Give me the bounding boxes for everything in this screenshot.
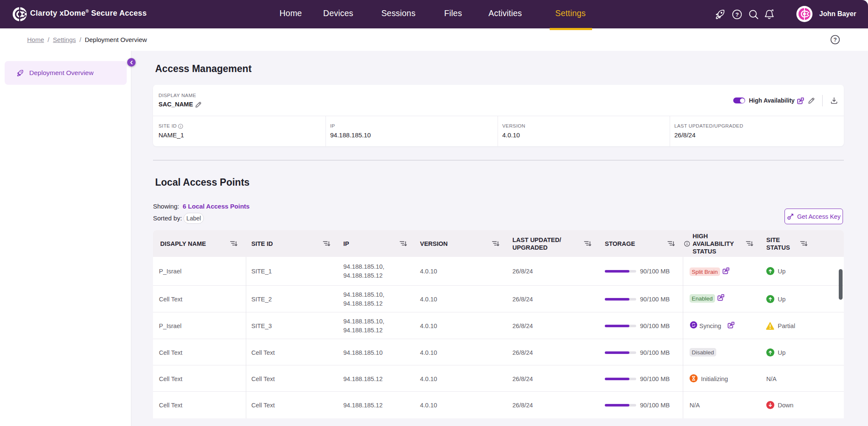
svg-text:?: ? (735, 11, 739, 18)
svg-text:?: ? (834, 36, 837, 43)
